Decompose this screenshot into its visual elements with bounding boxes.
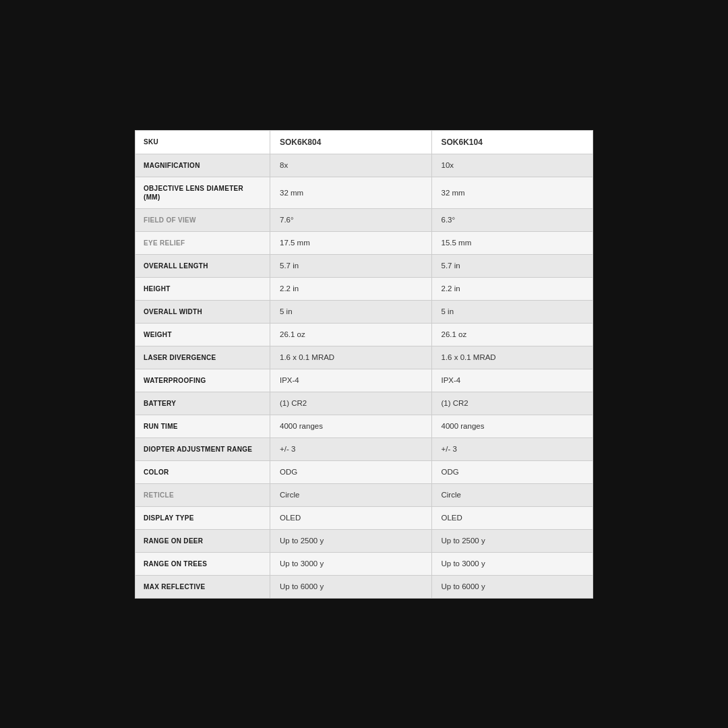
- row-label: SKU: [135, 131, 270, 154]
- col2-value: 26.1 oz: [432, 324, 593, 346]
- table-row: RANGE ON TREESUp to 3000 yUp to 3000 y: [135, 553, 593, 576]
- table-row: MAGNIFICATION8x10x: [135, 154, 593, 177]
- table-row: HEIGHT2.2 in2.2 in: [135, 278, 593, 301]
- table-row: RANGE ON DEERUp to 2500 yUp to 2500 y: [135, 530, 593, 553]
- col2-value: 15.5 mm: [432, 232, 593, 254]
- col2-value: Up to 2500 y: [432, 530, 593, 552]
- row-label: OVERALL LENGTH: [135, 255, 270, 277]
- table-row: FIELD OF VIEW7.6°6.3°: [135, 209, 593, 232]
- row-label: RANGE ON TREES: [135, 553, 270, 575]
- row-label: WATERPROOFING: [135, 369, 270, 392]
- row-label: MAX REFLECTIVE: [135, 576, 270, 598]
- col1-value: 1.6 x 0.1 MRAD: [270, 346, 432, 369]
- row-label: HEIGHT: [135, 278, 270, 300]
- col1-value: 5 in: [270, 301, 432, 323]
- col1-value: OLED: [270, 507, 432, 529]
- col1-value: 7.6°: [270, 209, 432, 231]
- row-label: FIELD OF VIEW: [135, 209, 270, 231]
- table-row: OVERALL WIDTH5 in5 in: [135, 301, 593, 324]
- row-label: OBJECTIVE LENS DIAMETER (MM): [135, 177, 270, 208]
- col1-value: Up to 2500 y: [270, 530, 432, 552]
- col2-value: 2.2 in: [432, 278, 593, 300]
- table-row: OBJECTIVE LENS DIAMETER (MM)32 mm32 mm: [135, 177, 593, 209]
- col1-value: IPX-4: [270, 369, 432, 392]
- table-row: RETICLECircleCircle: [135, 484, 593, 507]
- col2-value: SOK6K104: [432, 131, 593, 154]
- table-row: RUN TIME4000 ranges4000 ranges: [135, 415, 593, 438]
- table-row: BATTERY(1) CR2(1) CR2: [135, 392, 593, 415]
- table-row: DIOPTER ADJUSTMENT RANGE+/- 3+/- 3: [135, 438, 593, 461]
- col2-value: +/- 3: [432, 438, 593, 460]
- col1-value: 26.1 oz: [270, 324, 432, 346]
- col2-value: 5.7 in: [432, 255, 593, 277]
- row-label: DISPLAY TYPE: [135, 507, 270, 529]
- col2-value: (1) CR2: [432, 392, 593, 415]
- col1-value: +/- 3: [270, 438, 432, 460]
- row-label: COLOR: [135, 461, 270, 483]
- row-label: LASER DIVERGENCE: [135, 346, 270, 369]
- col1-value: Up to 6000 y: [270, 576, 432, 598]
- col1-value: 5.7 in: [270, 255, 432, 277]
- col2-value: 5 in: [432, 301, 593, 323]
- row-label: MAGNIFICATION: [135, 154, 270, 177]
- table-row: SKUSOK6K804SOK6K104: [135, 131, 593, 154]
- table-row: WEIGHT26.1 oz26.1 oz: [135, 324, 593, 346]
- col2-value: 4000 ranges: [432, 415, 593, 437]
- col2-value: 6.3°: [432, 209, 593, 231]
- row-label: OVERALL WIDTH: [135, 301, 270, 323]
- col1-value: 17.5 mm: [270, 232, 432, 254]
- table-row: COLORODGODG: [135, 461, 593, 484]
- col1-value: 8x: [270, 154, 432, 177]
- row-label: EYE RELIEF: [135, 232, 270, 254]
- col2-value: Up to 6000 y: [432, 576, 593, 598]
- col1-value: 32 mm: [270, 177, 432, 208]
- col1-value: Circle: [270, 484, 432, 506]
- table-row: WATERPROOFINGIPX-4IPX-4: [135, 369, 593, 392]
- comparison-table: SKUSOK6K804SOK6K104MAGNIFICATION8x10xOBJ…: [135, 130, 593, 599]
- table-row: LASER DIVERGENCE1.6 x 0.1 MRAD1.6 x 0.1 …: [135, 346, 593, 369]
- row-label: BATTERY: [135, 392, 270, 415]
- col1-value: ODG: [270, 461, 432, 483]
- table-row: DISPLAY TYPEOLEDOLED: [135, 507, 593, 530]
- col2-value: Up to 3000 y: [432, 553, 593, 575]
- col2-value: IPX-4: [432, 369, 593, 392]
- col2-value: 10x: [432, 154, 593, 177]
- row-label: DIOPTER ADJUSTMENT RANGE: [135, 438, 270, 460]
- table-row: OVERALL LENGTH5.7 in5.7 in: [135, 255, 593, 278]
- col1-value: 4000 ranges: [270, 415, 432, 437]
- col1-value: 2.2 in: [270, 278, 432, 300]
- col2-value: OLED: [432, 507, 593, 529]
- col2-value: 32 mm: [432, 177, 593, 208]
- col2-value: ODG: [432, 461, 593, 483]
- col1-value: (1) CR2: [270, 392, 432, 415]
- col2-value: 1.6 x 0.1 MRAD: [432, 346, 593, 369]
- row-label: RANGE ON DEER: [135, 530, 270, 552]
- col2-value: Circle: [432, 484, 593, 506]
- table-row: EYE RELIEF17.5 mm15.5 mm: [135, 232, 593, 255]
- table-row: MAX REFLECTIVEUp to 6000 yUp to 6000 y: [135, 576, 593, 598]
- col1-value: Up to 3000 y: [270, 553, 432, 575]
- row-label: WEIGHT: [135, 324, 270, 346]
- col1-value: SOK6K804: [270, 131, 432, 154]
- row-label: RUN TIME: [135, 415, 270, 437]
- row-label: RETICLE: [135, 484, 270, 506]
